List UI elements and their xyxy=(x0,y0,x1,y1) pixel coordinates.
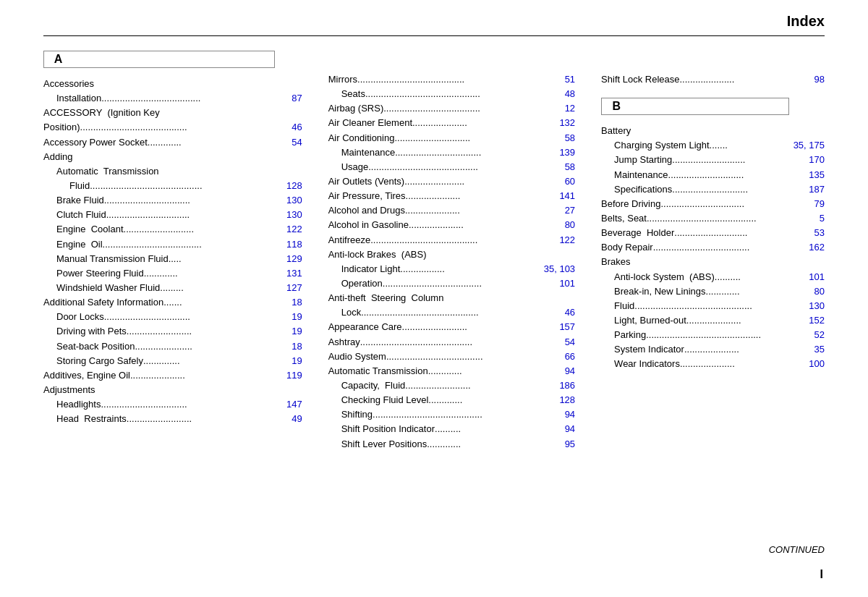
list-item: Capacity, Fluid ........................… xyxy=(328,378,575,393)
list-item: Brake Fluid ............................… xyxy=(43,193,302,208)
list-item: Before Driving .........................… xyxy=(601,197,825,211)
list-item: Airbag (SRS) ...........................… xyxy=(328,101,575,116)
list-item: Parking ................................… xyxy=(601,328,825,342)
list-item: Fluid ..................................… xyxy=(43,179,302,193)
list-item: Anti-theft Steering Column xyxy=(328,291,575,305)
list-item: Seat-back Position .....................… xyxy=(43,339,302,354)
list-item: Break-in, New Linings ............. 80 xyxy=(601,284,825,299)
page-container: Index A Accessories Installation .......… xyxy=(0,0,868,597)
column-1: A Accessories Installation .............… xyxy=(43,51,315,586)
list-item: Shifting ...............................… xyxy=(328,407,575,422)
page-header: Index xyxy=(43,0,825,36)
list-item: Door Locks .............................… xyxy=(43,310,302,324)
list-item: Brakes xyxy=(601,255,825,269)
section-a-header: A xyxy=(43,51,275,68)
list-item: Anti-lock System (ABS) .......... 101 xyxy=(601,270,825,284)
list-item: Storing Cargo Safely .............. 19 xyxy=(43,354,302,368)
list-item: Accessory Power Socket ............. 54 xyxy=(43,135,302,150)
list-item: Indicator Light ................. 35, 10… xyxy=(328,262,575,276)
list-item: Alcohol in Gasoline ....................… xyxy=(328,218,575,232)
page-title: Index xyxy=(787,13,825,30)
list-item: Air Cleaner Element ....................… xyxy=(328,116,575,130)
list-item: Jump Starting ..........................… xyxy=(601,153,825,167)
list-item: Clutch Fluid ...........................… xyxy=(43,208,302,222)
list-item: Alcohol and Drugs ..................... … xyxy=(328,203,575,218)
list-item: Ashtray ................................… xyxy=(328,335,575,350)
list-item: Lock ...................................… xyxy=(328,305,575,320)
list-item: Air Pressure, Tires ....................… xyxy=(328,189,575,203)
list-item: Seats ..................................… xyxy=(328,87,575,101)
list-item: Appearance Care ........................… xyxy=(328,320,575,334)
list-item: Charging System Light ....... 35, 175 xyxy=(601,138,825,153)
list-item: Light, Burned-out ..................... … xyxy=(601,313,825,328)
list-item: Position) ..............................… xyxy=(43,120,302,135)
list-item: Shift Lock Release .....................… xyxy=(601,72,825,87)
list-item: Installation ...........................… xyxy=(43,91,302,106)
list-item: Automatic Transmission xyxy=(43,164,302,179)
list-item: Belts, Seat ............................… xyxy=(601,211,825,226)
list-item: Antifreeze .............................… xyxy=(328,233,575,247)
section-b-header: B xyxy=(601,98,789,115)
list-item: Beverage Holder ........................… xyxy=(601,226,825,240)
list-item: Windshield Washer Fluid ......... 127 xyxy=(43,281,302,295)
column-3: Shift Lock Release .....................… xyxy=(588,51,825,586)
list-item: Air Outlets (Vents) ....................… xyxy=(328,174,575,189)
list-item: Audio System ...........................… xyxy=(328,350,575,364)
list-item: Driving with Pets ......................… xyxy=(43,324,302,339)
list-item: Headlights .............................… xyxy=(43,397,302,412)
continued-label: CONTINUED xyxy=(769,544,825,555)
column-2: Mirrors ................................… xyxy=(315,51,588,586)
list-item: Additional Safety Information ....... 18 xyxy=(43,295,302,310)
list-item: System Indicator ..................... 3… xyxy=(601,342,825,357)
list-item: Air Conditioning .......................… xyxy=(328,131,575,145)
list-item: Mirrors ................................… xyxy=(328,72,575,87)
list-item: Specifications .........................… xyxy=(601,182,825,197)
list-item: Additives, Engine Oil ..................… xyxy=(43,368,302,383)
list-item: Maintenance ............................… xyxy=(601,168,825,182)
list-item: Shift Position Indicator .......... 94 xyxy=(328,422,575,436)
list-item: Checking Fluid Level ............. 128 xyxy=(328,393,575,407)
page-number: I xyxy=(820,568,823,581)
list-item: Engine Coolant .........................… xyxy=(43,222,302,237)
list-item: Wear Indicators ..................... 10… xyxy=(601,357,825,371)
list-item: Shift Lever Positions ............. 95 xyxy=(328,437,575,452)
list-item: ACCESSORY (Ignition Key xyxy=(43,106,302,120)
list-item: Adjustments xyxy=(43,383,302,397)
list-item: Fluid ..................................… xyxy=(601,299,825,313)
list-item: Adding xyxy=(43,150,302,164)
list-item: Head Restraints ........................… xyxy=(43,412,302,426)
list-item: Power Steering Fluid ............. 131 xyxy=(43,266,302,281)
list-item: Body Repair ............................… xyxy=(601,240,825,255)
list-item: Accessories xyxy=(43,77,302,91)
list-item: Anti-lock Brakes (ABS) xyxy=(328,247,575,262)
list-item: Usage ..................................… xyxy=(328,160,575,174)
list-item: Manual Transmission Fluid ..... 129 xyxy=(43,252,302,266)
list-item: Battery xyxy=(601,124,825,138)
content-area: A Accessories Installation .............… xyxy=(43,36,825,586)
list-item: Automatic Transmission ............. 94 xyxy=(328,364,575,378)
list-item: Engine Oil .............................… xyxy=(43,237,302,252)
list-item: Maintenance ............................… xyxy=(328,145,575,160)
list-item: Operation ..............................… xyxy=(328,276,575,291)
